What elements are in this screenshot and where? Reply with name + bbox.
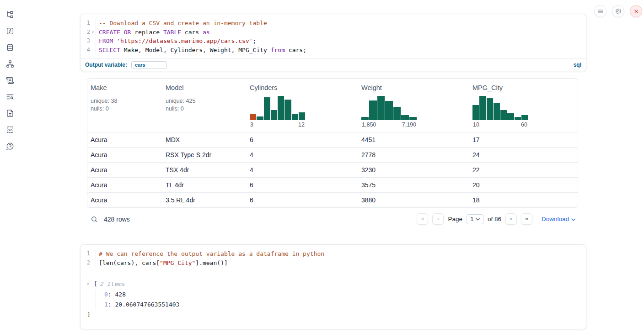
page-select[interactable]: 1 [467,214,483,224]
column-header[interactable]: Weight1,8507,190 [361,84,472,128]
column-histogram[interactable]: 1,8507,190 [361,95,417,128]
code-text: -- Download a CSV and create an in-memor… [96,19,586,28]
items-count: 2 Items [100,280,125,289]
download-button[interactable]: Download [542,216,575,222]
next-page-button[interactable]: › [505,213,517,225]
line-number: 3 [80,37,90,46]
chevron-down-icon [476,218,480,221]
code-line[interactable]: 2[len(cars), cars["MPG_City"].mean()] [80,259,586,268]
help-circle-icon [6,142,14,150]
table-cell: 6 [250,196,361,204]
histogram-bar [500,110,507,120]
table-header-row: Makeunique: 38nulls: 0Modelunique: 425nu… [87,79,578,132]
settings-button[interactable] [612,5,624,17]
last-page-button[interactable]: » [521,213,532,225]
first-page-button[interactable]: « [417,213,428,225]
histogram-bar [377,96,385,120]
table-footer: 428 rows « ‹ Page 1 of 86 › » Download [87,208,578,231]
page-label: Page [448,216,462,222]
sidebar-item-file-explorer[interactable] [5,11,15,19]
code-line[interactable]: 3FROM 'https://datasets.marimo.app/cars.… [80,37,586,46]
fold-chevron-icon[interactable]: ∨ [90,28,96,37]
histogram-bar [257,116,263,120]
table-row[interactable]: Acura3.5 RL 4dr6388018 [87,192,578,207]
code-text: CREATE OR replace TABLE cars as [96,28,586,37]
histogram-bar [278,96,284,120]
open-bracket: [ [94,280,97,289]
code-line[interactable]: 4SELECT Make, Model, Cylinders, Weight, … [80,46,586,55]
column-header[interactable]: Makeunique: 38nulls: 0 [91,84,166,128]
data-table: Makeunique: 38nulls: 0Modelunique: 425nu… [87,78,578,208]
fold-spacer [90,19,96,28]
sidebar-item-snippets[interactable] [5,126,15,134]
column-name: Model [166,84,250,91]
sidebar-item-logs-search[interactable] [5,93,15,101]
histogram-bar [515,117,521,120]
histogram-bar [369,100,376,120]
row-count: 428 rows [104,216,130,223]
close-bracket: ] [87,311,580,318]
table-cell: 17 [472,136,578,143]
output-list-item: 0: 428 [104,290,580,300]
code-text: FROM 'https://datasets.marimo.app/cars.c… [96,37,586,46]
search-button[interactable] [91,216,98,223]
output-list-items: 0: 4281: 20.060747663551403 [96,290,580,310]
table-cell: Acura [91,166,166,174]
code-text: SELECT Make, Model, Cylinders, Weight, M… [96,46,586,55]
column-header[interactable]: Cylinders312 [250,84,361,128]
fold-spacer [90,259,96,268]
line-number: 1 [80,249,90,259]
histogram-bar [507,113,514,120]
sidebar-item-dependency-graph[interactable] [5,60,15,68]
sidebar-item-variables[interactable] [5,27,15,35]
table-cell: 3.5 RL 4dr [166,196,250,204]
table-row[interactable]: AcuraMDX6445117 [87,132,578,147]
file-tree-icon [6,11,14,19]
column-header[interactable]: Modelunique: 425nulls: 0 [166,84,250,128]
code-line[interactable]: 2∨CREATE OR replace TABLE cars as [80,28,586,37]
menu-button[interactable] [594,5,606,17]
histogram-axis-labels: 1060 [472,122,528,128]
output-variable-label: Output variable: [85,62,127,68]
table-row[interactable]: AcuraTL 4dr6357520 [87,177,578,192]
code-line[interactable]: 1-- Download a CSV and create an in-memo… [80,19,586,28]
column-name: Weight [361,84,472,91]
histogram-bar [264,97,270,120]
fold-spacer [90,46,96,55]
histogram-bar [409,117,417,120]
sidebar-item-scratchpad[interactable] [5,76,15,85]
python-code-editor[interactable]: 1# We can reference the output variable … [80,245,586,271]
output-variable-input[interactable] [131,61,167,69]
shutdown-button[interactable] [630,5,642,17]
collapse-chevron-icon[interactable]: ∨ [87,280,94,289]
sql-code-editor[interactable]: 1-- Download a CSV and create an in-memo… [80,14,586,58]
column-histogram[interactable]: 1060 [472,95,528,128]
pagination: « ‹ Page 1 of 86 › » Download [417,213,575,225]
table-cell: 2778 [361,151,472,159]
column-stats: unique: 38nulls: 0 [91,97,166,112]
code-text: # We can reference the output variable a… [96,249,586,259]
fold-spacer [90,249,96,259]
histogram-axis-labels: 312 [250,122,305,128]
code-line[interactable]: 1# We can reference the output variable … [80,249,586,259]
column-header[interactable]: MPG_City1060 [472,84,578,128]
prev-page-button[interactable]: ‹ [432,213,444,225]
table-cell: 3230 [361,166,472,174]
table-row[interactable]: AcuraTSX 4dr4323022 [87,162,578,177]
table-row[interactable]: AcuraRSX Type S 2dr4277824 [87,147,578,162]
line-number: 2 [80,28,90,37]
search-icon [91,216,98,223]
sidebar-item-documentation[interactable] [5,109,15,117]
python-cell: 1# We can reference the output variable … [80,244,586,329]
sidebar-panel [0,0,20,333]
table-cell: 4451 [361,136,472,143]
chevron-right-icon: › [510,215,512,222]
download-label: Download [542,216,569,222]
column-histogram[interactable]: 312 [250,95,305,128]
notebook-actions [594,5,642,17]
sidebar-item-help[interactable] [5,142,15,150]
dependency-graph-icon [6,60,14,68]
menu-icon [597,8,604,15]
function-square-icon [6,27,14,35]
sidebar-item-data-sources[interactable] [5,43,15,52]
